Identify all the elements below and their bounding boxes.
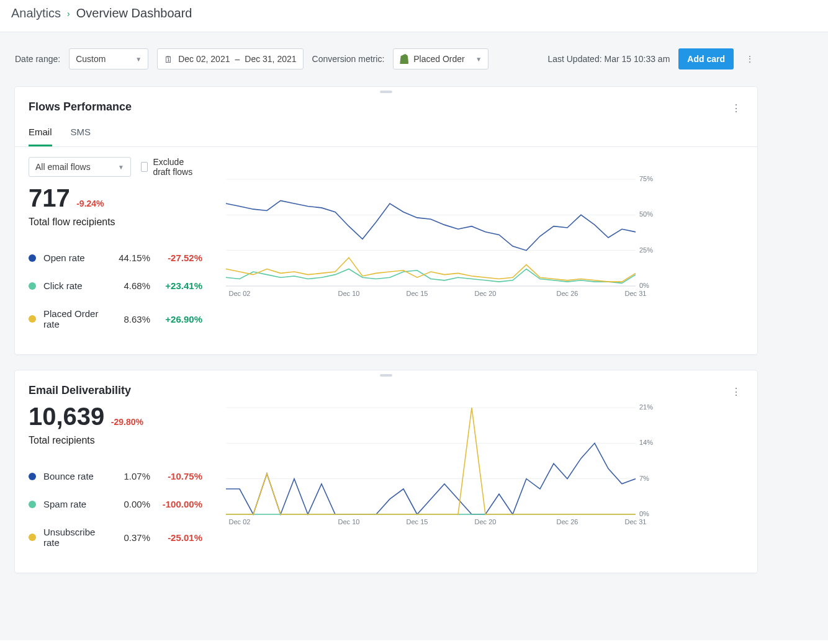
date-range-label: Date range: <box>15 54 60 64</box>
drag-handle-icon[interactable] <box>380 374 392 377</box>
card-title: Email Deliverability <box>29 384 131 397</box>
shopify-icon <box>400 54 408 64</box>
svg-text:14%: 14% <box>639 439 653 446</box>
flows-filter-value: All email flows <box>35 162 91 172</box>
date-range-start: Dec 02, 2021 <box>178 54 230 64</box>
breadcrumb-parent[interactable]: Analytics <box>11 6 61 20</box>
svg-text:Dec 15: Dec 15 <box>407 290 428 297</box>
svg-text:Dec 20: Dec 20 <box>475 518 497 525</box>
svg-text:Dec 02: Dec 02 <box>229 290 251 297</box>
dashboard-toolbar: Date range: Custom ▼ 🗓 Dec 02, 2021 – De… <box>15 48 757 69</box>
exclude-drafts-label: Exclude draft flows <box>153 157 202 177</box>
metric-spam-rate[interactable]: Spam rate 0.00% -100.00% <box>29 490 202 518</box>
conversion-metric-select[interactable]: Placed Order ▼ <box>393 48 488 69</box>
svg-text:Dec 31: Dec 31 <box>625 518 647 525</box>
svg-text:0%: 0% <box>639 282 649 289</box>
series-color-icon <box>29 315 36 323</box>
dashboard-more-menu[interactable]: ⋮ <box>742 51 757 66</box>
series-color-icon <box>29 282 36 290</box>
svg-text:Dec 02: Dec 02 <box>229 518 251 525</box>
caret-down-icon: ▼ <box>118 164 124 171</box>
channel-tabs: Email SMS <box>15 115 757 147</box>
checkbox-icon <box>141 162 148 172</box>
svg-text:7%: 7% <box>639 475 649 482</box>
svg-text:Dec 10: Dec 10 <box>338 518 360 525</box>
svg-text:75%: 75% <box>639 176 653 182</box>
series-color-icon <box>29 254 36 262</box>
svg-text:Dec 10: Dec 10 <box>338 290 360 297</box>
conversion-metric-value: Placed Order <box>413 54 464 64</box>
card-flows-performance: Flows Performance ⋮ Email SMS All email … <box>15 87 757 354</box>
card-email-deliverability: Email Deliverability ⋮ 10,639 -29.80% To… <box>15 370 757 573</box>
deliverability-chart: 0%7%14%21%Dec 02Dec 10Dec 15Dec 20Dec 26… <box>223 404 658 528</box>
total-recipients-value: 10,639 <box>29 404 104 429</box>
svg-text:Dec 26: Dec 26 <box>557 290 578 297</box>
total-recipients-label: Total recipients <box>29 435 202 446</box>
total-recipients-value: 717 <box>29 186 70 210</box>
drag-handle-icon[interactable] <box>380 91 392 93</box>
last-updated: Last Updated: Mar 15 10:33 am <box>547 54 670 64</box>
caret-down-icon: ▼ <box>475 56 482 63</box>
svg-text:21%: 21% <box>639 404 653 411</box>
add-card-button[interactable]: Add card <box>678 48 734 69</box>
chevron-right-icon: › <box>67 9 70 19</box>
tab-sms[interactable]: SMS <box>71 127 91 146</box>
date-range-preset-select[interactable]: Custom ▼ <box>69 48 148 69</box>
svg-text:Dec 26: Dec 26 <box>557 518 578 525</box>
breadcrumb-current: Overview Dashboard <box>76 6 192 20</box>
metric-unsubscribe-rate[interactable]: Unsubscribe rate 0.37% -25.01% <box>29 518 202 557</box>
flows-chart: 0%25%50%75%Dec 02Dec 10Dec 15Dec 20Dec 2… <box>223 176 658 300</box>
card-title: Flows Performance <box>29 101 132 114</box>
series-color-icon <box>29 534 36 541</box>
svg-text:25%: 25% <box>639 246 653 254</box>
exclude-drafts-checkbox[interactable]: Exclude draft flows <box>141 157 202 177</box>
conversion-metric-label: Conversion metric: <box>312 54 385 64</box>
card-more-menu[interactable]: ⋮ <box>729 384 744 399</box>
metric-placed-order-rate[interactable]: Placed Order rate 8.63% +26.90% <box>29 300 202 338</box>
svg-text:Dec 31: Dec 31 <box>625 290 647 297</box>
caret-down-icon: ▼ <box>135 56 142 63</box>
metric-open-rate[interactable]: Open rate 44.15% -27.52% <box>29 244 202 272</box>
card-more-menu[interactable]: ⋮ <box>729 101 744 115</box>
date-range-end: Dec 31, 2021 <box>245 54 296 64</box>
series-color-icon <box>29 501 36 508</box>
calendar-icon: 🗓 <box>164 54 173 65</box>
total-recipients-label: Total flow recipients <box>29 217 202 228</box>
date-range-preset-value: Custom <box>76 54 106 64</box>
svg-text:Dec 20: Dec 20 <box>475 290 497 297</box>
metric-click-rate[interactable]: Click rate 4.68% +23.41% <box>29 272 202 300</box>
breadcrumb: Analytics › Overview Dashboard <box>0 0 828 32</box>
series-color-icon <box>29 473 36 480</box>
tab-email[interactable]: Email <box>29 127 52 146</box>
flows-filter-select[interactable]: All email flows ▼ <box>29 157 131 177</box>
svg-text:Dec 15: Dec 15 <box>407 518 428 525</box>
total-recipients-delta: -9.24% <box>76 199 104 208</box>
svg-text:50%: 50% <box>639 210 653 218</box>
metric-bounce-rate[interactable]: Bounce rate 1.07% -10.75% <box>29 462 202 490</box>
date-range-sep: – <box>235 54 240 64</box>
svg-text:0%: 0% <box>639 510 649 517</box>
date-range-picker[interactable]: 🗓 Dec 02, 2021 – Dec 31, 2021 <box>157 48 303 69</box>
total-recipients-delta: -29.80% <box>111 417 143 427</box>
